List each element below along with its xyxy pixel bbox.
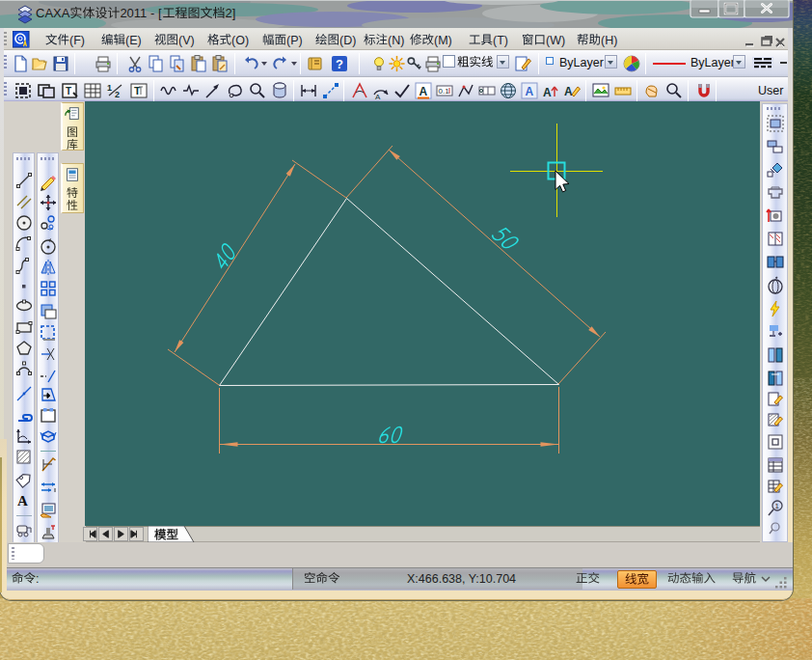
svg-text:0.1: 0.1 xyxy=(439,87,450,96)
svg-text:X:466.638, Y:10.704: X:466.638, Y:10.704 xyxy=(407,572,516,586)
svg-text:A: A xyxy=(526,85,534,98)
svg-text:(E): (E) xyxy=(125,34,142,47)
svg-text:1: 1 xyxy=(775,502,780,510)
svg-text:(H): (H) xyxy=(601,34,617,47)
svg-text:(F): (F) xyxy=(69,34,85,47)
svg-text:A: A xyxy=(420,85,428,98)
svg-text:1: 1 xyxy=(107,83,112,93)
svg-text:A: A xyxy=(564,85,573,98)
svg-text:ByLayer: ByLayer xyxy=(559,56,604,69)
svg-text:A: A xyxy=(375,93,381,100)
svg-text:(N): (N) xyxy=(388,34,404,47)
svg-text:(D): (D) xyxy=(339,34,356,47)
svg-text:?: ? xyxy=(336,57,343,71)
svg-text:2011 - [: 2011 - [ xyxy=(120,6,162,20)
svg-text:2: 2 xyxy=(115,90,120,99)
svg-text:(O): (O) xyxy=(231,34,249,47)
svg-text:CAXA: CAXA xyxy=(36,6,70,20)
svg-text:(T): (T) xyxy=(493,34,508,47)
svg-text::: : xyxy=(36,572,39,586)
svg-text:A: A xyxy=(17,493,28,509)
svg-text:(V): (V) xyxy=(178,34,195,47)
svg-text:ByLayer: ByLayer xyxy=(690,56,735,69)
svg-text:T: T xyxy=(66,86,71,96)
svg-text:(P): (P) xyxy=(286,34,303,47)
svg-text:(W): (W) xyxy=(546,34,565,47)
svg-text:(M): (M) xyxy=(434,34,452,47)
svg-text:2]: 2] xyxy=(226,6,236,20)
svg-text:A: A xyxy=(543,86,552,99)
svg-text:User: User xyxy=(758,84,783,97)
